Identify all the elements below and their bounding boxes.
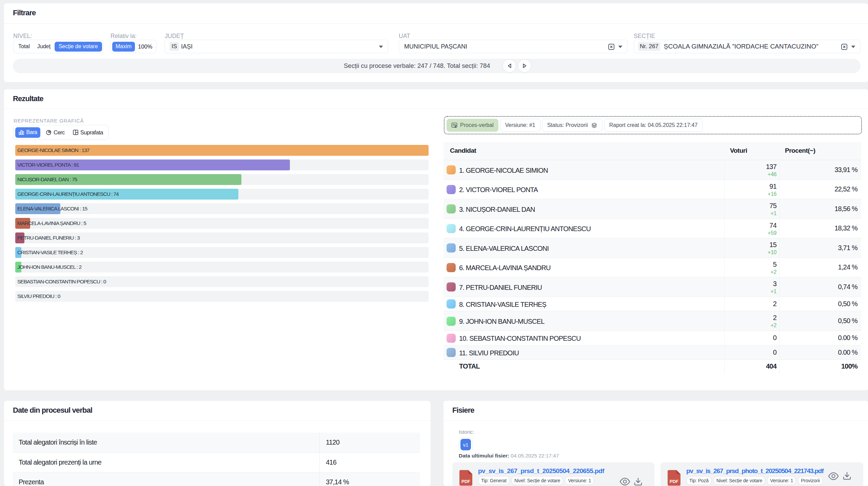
svg-text:PDF: PDF xyxy=(670,479,678,484)
svg-text:PDF: PDF xyxy=(461,479,470,484)
